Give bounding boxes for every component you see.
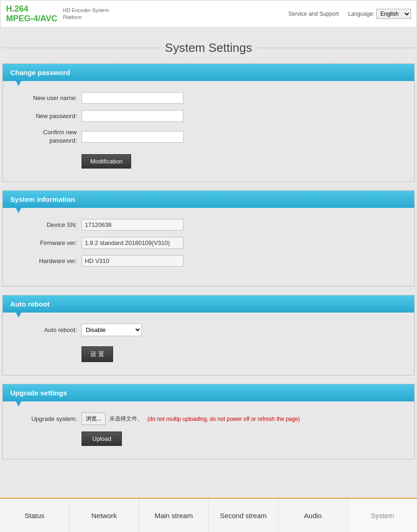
upgrade-system-row: Upgrade system: 浏览... 未选择文件。 (do not mul… [12,413,405,425]
page-title: System Settings [2,41,415,55]
new-password-label: New password: [12,113,77,119]
header-right: Service and Support Language: English Ch… [289,9,411,19]
upgrade-system-label: Upgrade system: [12,415,77,422]
page-content: System Settings Change password New user… [0,28,417,505]
change-password-body: New user name: New password: Confirm new… [3,81,414,182]
nav-item-system[interactable]: System [348,499,417,532]
hardware-ver-label: Hardware ver: [12,257,77,264]
language-label: Language: [348,11,374,17]
auto-reboot-select[interactable]: Disable Enable [82,324,142,336]
nav-label-second-stream: Second stream [220,512,267,519]
shezhi-btn-row: 设 置 [12,343,405,362]
logo-subtitle: HD Encoder System Platform [63,7,109,21]
logo: H.264 MPEG-4/AVC [6,4,57,24]
confirm-password-row: Confirm new password: [12,128,405,145]
device-sn-input [82,219,183,231]
auto-reboot-header: Auto reboot [3,295,414,313]
auto-reboot-row: Auto reboot: Disable Enable [12,324,405,336]
confirm-password-input[interactable] [82,131,183,143]
service-support-link[interactable]: Service and Support [289,11,339,17]
auto-reboot-title: Auto reboot [10,300,50,308]
nav-label-audio: Audio [304,512,322,519]
hardware-ver-row: Hardware ver: [12,255,405,267]
logo-area: H.264 MPEG-4/AVC HD Encoder System Platf… [6,4,109,24]
change-password-header: Change password [3,64,414,81]
logo-h264: H.264 [6,4,28,13]
new-password-input[interactable] [82,110,183,122]
hardware-ver-input [82,255,183,267]
nav-item-audio[interactable]: Audio [278,499,348,532]
nav-item-network[interactable]: Network [70,499,139,532]
auto-reboot-section: Auto reboot Auto reboot: Disable Enable … [2,295,415,376]
nav-item-main-stream[interactable]: Main stream [139,499,208,532]
header: H.264 MPEG-4/AVC HD Encoder System Platf… [0,0,417,28]
language-select[interactable]: English Chinese [376,9,411,19]
system-info-header: System information [3,191,414,208]
confirm-password-label: Confirm new password: [12,128,77,145]
firmware-ver-input [82,237,183,249]
auto-reboot-label: Auto reboot: [12,326,77,333]
device-sn-label: Device SN: [12,221,77,228]
modification-button[interactable]: Modification [82,154,131,169]
firmware-ver-label: Firmware ver: [12,239,77,246]
change-password-section: Change password New user name: New passw… [2,63,415,182]
change-password-title: Change password [10,69,70,76]
upgrade-settings-section: Upgrade settings Upgrade system: 浏览... 未… [2,384,415,459]
new-username-label: New user name: [12,94,77,101]
nav-label-network: Network [91,512,117,519]
logo-mpeg: MPEG-4/AVC [6,14,57,23]
browse-button[interactable]: 浏览... [82,413,106,425]
nav-item-second-stream[interactable]: Second stream [209,499,278,532]
shezhi-button[interactable]: 设 置 [82,346,113,362]
no-file-label: 未选择文件。 [109,415,143,423]
firmware-ver-row: Firmware ver: [12,237,405,249]
upload-btn-row: Upload [12,430,405,446]
nav-label-status: Status [25,512,44,519]
modification-btn-row: Modification [12,151,405,169]
auto-reboot-body: Auto reboot: Disable Enable 设 置 [3,313,414,375]
nav-item-status[interactable]: Status [0,499,70,532]
upload-note: (do not multip uploading, do not power o… [147,416,300,422]
system-info-section: System information Device SN: Firmware v… [2,190,415,287]
upgrade-settings-header: Upgrade settings [3,384,414,401]
upload-button[interactable]: Upload [82,432,122,446]
new-password-row: New password: [12,110,405,122]
nav-label-system: System [371,512,394,519]
bottom-nav: Status Network Main stream Second stream… [0,498,417,532]
new-username-row: New user name: [12,92,405,104]
subtitle-line2: Platform [63,14,109,21]
system-info-title: System information [10,195,75,203]
upgrade-settings-body: Upgrade system: 浏览... 未选择文件。 (do not mul… [3,401,414,459]
subtitle-line1: HD Encoder System [63,7,109,14]
language-area: Language: English Chinese [348,9,411,19]
system-info-body: Device SN: Firmware ver: Hardware ver: [3,208,414,286]
upgrade-settings-title: Upgrade settings [10,389,67,397]
new-username-input[interactable] [82,92,183,104]
nav-label-main-stream: Main stream [155,512,193,519]
device-sn-row: Device SN: [12,219,405,231]
